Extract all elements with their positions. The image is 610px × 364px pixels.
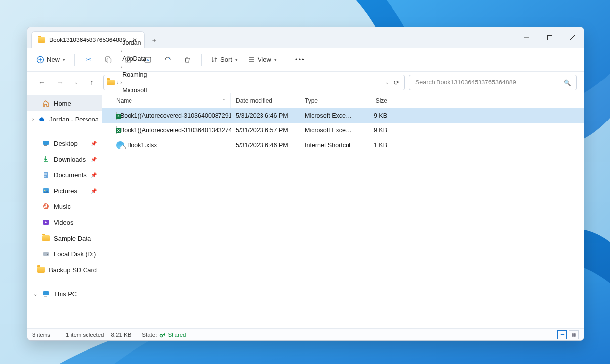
refresh-button[interactable]: ⟳ [392,79,401,86]
sidebar-item-label: Jordan - Persona [49,116,99,123]
quick-access: Desktop📌Downloads📌Documents📌Pictures📌Mus… [27,135,102,278]
back-button[interactable]: ← [34,75,49,90]
search-box[interactable]: 🔍 [409,75,577,90]
scissors-icon: ✂ [86,56,91,63]
sidebar-item-desktop[interactable]: Desktop📌 [27,135,102,151]
sidebar-item-sample-data[interactable]: Sample Data [27,230,102,246]
file-date: 5/31/2023 6:57 PM [231,127,300,134]
cut-button[interactable]: ✂ [80,51,97,68]
sidebar-item-thispc[interactable]: ⌄ This PC [27,286,102,302]
sidebar-item-music[interactable]: Music [27,199,102,214]
svg-rect-10 [127,56,130,58]
window-controls [516,27,584,48]
shortcut-icon [116,141,124,149]
column-name[interactable]: Name˄ [111,93,231,108]
file-name: Book1((Autorecovered-310364000872918… [111,112,231,120]
chevron-right-icon: › [32,117,34,122]
sidebar-item-label: This PC [54,290,77,298]
sort-label: Sort [220,56,232,63]
file-size: 9 KB [357,112,392,119]
column-type[interactable]: Type [300,93,357,108]
navigation-pane[interactable]: Home › Jordan - Persona Desktop📌Download… [27,93,102,328]
view-button[interactable]: View ▾ [244,51,281,68]
file-date: 5/31/2023 6:46 PM [231,112,300,119]
sidebar-item-documents[interactable]: Documents📌 [27,167,102,183]
column-date[interactable]: Date modified [231,93,300,108]
sidebar-item-label: Sample Data [54,235,91,242]
file-row[interactable]: Book1((Autorecovered-310364013432742…5/3… [102,123,584,138]
breadcrumb-segment[interactable]: Roaming [120,70,204,79]
music-icon [42,202,50,210]
sidebar-item-label: Videos [54,219,74,226]
breadcrumb-segment[interactable]: Jordan [120,39,204,47]
folder-icon [38,36,45,44]
icons-view-button[interactable]: ▦ [569,330,579,339]
folder-icon [107,79,115,86]
copy-icon [104,56,112,64]
file-list[interactable]: Book1((Autorecovered-310364000872918…5/3… [102,108,584,328]
sidebar-item-onedrive[interactable]: › Jordan - Persona [27,111,102,127]
sidebar-item-label: Desktop [54,140,78,147]
excel-icon [116,126,117,134]
ellipsis-icon: ••• [295,56,305,63]
folder-icon [37,266,45,274]
toolbar: New ▾ ✂ A Sort ▾ View ▾ ••• [27,48,584,72]
chevron-right-icon: › [120,80,122,85]
svg-rect-8 [107,58,111,63]
more-button[interactable]: ••• [291,51,309,68]
pictures-icon [42,187,50,195]
forward-button[interactable]: → [53,75,68,90]
search-input[interactable] [414,79,564,86]
copy-button[interactable] [99,51,117,68]
new-label: New [47,56,60,63]
sidebar-item-local-disk-d-[interactable]: Local Disk (D:) [27,246,102,262]
new-button[interactable]: New ▾ [32,51,69,68]
column-size[interactable]: Size [357,93,392,108]
sidebar-item-videos[interactable]: Videos [27,214,102,230]
explorer-window: Book1310364583765364889 ✕ ＋ New ▾ ✂ A So… [27,27,584,341]
recent-button[interactable]: ⌄ [72,75,81,90]
sidebar-item-pictures[interactable]: Pictures📌 [27,183,102,199]
address-bar[interactable]: › Jordan›AppData›Roaming›Microsoft›Excel… [103,75,405,90]
sidebar-item-backup-sd-card[interactable]: Backup SD Card [27,262,102,278]
drive-icon [42,250,50,258]
sort-button[interactable]: Sort ▾ [207,51,242,68]
svg-point-28 [47,254,48,255]
chevron-down-icon[interactable]: ⌄ [385,80,389,85]
chevron-down-icon: ▾ [63,57,65,62]
pc-icon [42,290,50,298]
sidebar-item-home[interactable]: Home [27,95,102,111]
file-name: Book1((Autorecovered-310364013432742… [111,126,231,134]
svg-rect-1 [548,36,552,40]
sidebar-item-label: Pictures [54,187,77,195]
sidebar-item-label: Backup SD Card [49,266,97,274]
sidebar-item-downloads[interactable]: Downloads📌 [27,151,102,167]
pin-icon: 📌 [91,141,97,146]
desktop-icon [42,139,50,147]
chevron-down-icon: ▾ [274,57,277,62]
paste-icon [124,56,132,64]
file-size: 1 KB [357,142,392,149]
file-row[interactable]: Book1((Autorecovered-310364000872918…5/3… [102,108,584,123]
titlebar: Book1310364583765364889 ✕ ＋ [27,27,584,48]
close-button[interactable] [561,27,584,48]
sidebar-item-label: Local Disk (D:) [54,250,96,258]
column-headers: Name˄ Date modified Type Size [102,93,584,108]
sidebar-item-label: Downloads [54,156,86,163]
paste-button[interactable] [119,51,137,68]
file-date: 5/31/2023 6:46 PM [231,142,300,149]
chevron-down-icon: ⌄ [32,291,38,297]
cloud-icon [38,115,45,123]
selection-count: 1 item selected [66,332,104,338]
chevron-down-icon: ⌄ [74,80,78,85]
maximize-button[interactable] [538,27,561,48]
svg-rect-16 [43,141,49,145]
up-button[interactable]: ↑ [85,75,99,90]
navigation-row: ← → ⌄ ↑ › Jordan›AppData›Roaming›Microso… [27,72,584,93]
details-view-button[interactable]: ☰ [557,330,567,339]
file-type: Microsoft Excel Bi… [300,127,357,134]
minimize-button[interactable] [516,27,538,48]
file-row[interactable]: Book1.xlsx5/31/2023 6:46 PMInternet Shor… [102,138,584,153]
downloads-icon [42,155,50,163]
svg-rect-29 [43,291,49,295]
